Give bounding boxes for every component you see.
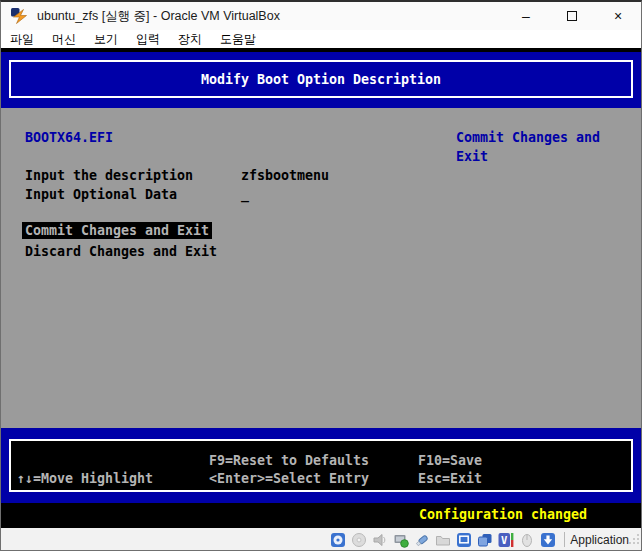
virtualbox-logo-icon <box>10 7 28 25</box>
host-key-label: Application <box>570 533 629 547</box>
key-help-f9: F9=Reset to Defaults <box>209 453 369 469</box>
menu-item-discard-changes[interactable]: Discard Changes and Exit <box>25 243 217 260</box>
maximize-button[interactable] <box>549 2 595 30</box>
efi-key-help-band: F9=Reset to Defaults F10=Save ↑↓=Move Hi… <box>1 428 641 503</box>
menu-item-help[interactable]: 도움말 <box>211 30 265 48</box>
maximize-icon <box>567 11 577 21</box>
key-help-f10: F10=Save <box>418 453 482 469</box>
menu-item-commit-changes[interactable]: Commit Changes and Exit <box>22 222 212 239</box>
hard-disk-icon[interactable] <box>330 532 346 548</box>
window-controls: – × <box>503 2 641 30</box>
optical-disc-icon[interactable] <box>351 532 367 548</box>
resize-grip[interactable] <box>628 531 640 549</box>
minimize-button[interactable]: – <box>503 2 549 30</box>
shared-folder-icon[interactable] <box>435 532 451 548</box>
menu-item-file[interactable]: 파일 <box>1 30 43 48</box>
mouse-integration-icon[interactable] <box>519 532 535 548</box>
vm-display[interactable]: Modify Boot Option Description BOOTX64.E… <box>1 48 641 528</box>
key-help-move: ↑↓=Move Highlight <box>17 471 153 487</box>
menu-item-devices[interactable]: 장치 <box>169 30 211 48</box>
svg-text:V: V <box>501 534 508 546</box>
efi-help-pane-line1: Commit Changes and <box>456 129 600 146</box>
audio-icon[interactable] <box>372 532 388 548</box>
optional-data-field-label: Input Optional Data <box>25 186 177 203</box>
menu-item-view[interactable]: 보기 <box>85 30 127 48</box>
network-icon[interactable] <box>393 532 409 548</box>
efi-page-title: Modify Boot Option Description <box>201 72 441 87</box>
key-help-esc: Esc=Exit <box>418 471 482 487</box>
recording-icon[interactable] <box>477 532 493 548</box>
virtualbox-window: ubuntu_zfs [실행 중] - Oracle VM VirtualBox… <box>0 0 642 551</box>
display-icon[interactable] <box>456 532 472 548</box>
usb-icon[interactable] <box>414 532 430 548</box>
efi-form-title: BOOTX64.EFI <box>25 129 113 146</box>
status-bar: V Application <box>1 528 641 551</box>
efi-header-box: Modify Boot Option Description <box>9 60 633 98</box>
close-button[interactable]: × <box>595 2 641 30</box>
efi-help-pane-line2: Exit <box>456 148 488 165</box>
key-help-enter: <Enter>=Select Entry <box>209 471 369 487</box>
efi-header-band: Modify Boot Option Description <box>1 52 641 108</box>
configuration-changed-message: Configuration changed <box>419 507 587 523</box>
description-field-label: Input the description <box>25 167 193 184</box>
efi-status-line: Configuration changed <box>1 503 641 528</box>
window-title: ubuntu_zfs [실행 중] - Oracle VM VirtualBox <box>37 8 280 25</box>
efi-form-area: BOOTX64.EFI Commit Changes and Exit Inpu… <box>1 108 641 428</box>
menu-item-machine[interactable]: 머신 <box>43 30 85 48</box>
features-icon[interactable]: V <box>498 532 514 548</box>
status-bar-separator <box>564 532 565 547</box>
optional-data-field-value[interactable]: _ <box>241 186 249 203</box>
menu-bar: 파일 머신 보기 입력 장치 도움말 <box>1 30 641 48</box>
description-field-value[interactable]: zfsbootmenu <box>241 167 329 184</box>
menu-item-input[interactable]: 입력 <box>127 30 169 48</box>
host-key-arrow-icon[interactable] <box>540 532 556 548</box>
title-bar: ubuntu_zfs [실행 중] - Oracle VM VirtualBox… <box>1 2 641 30</box>
